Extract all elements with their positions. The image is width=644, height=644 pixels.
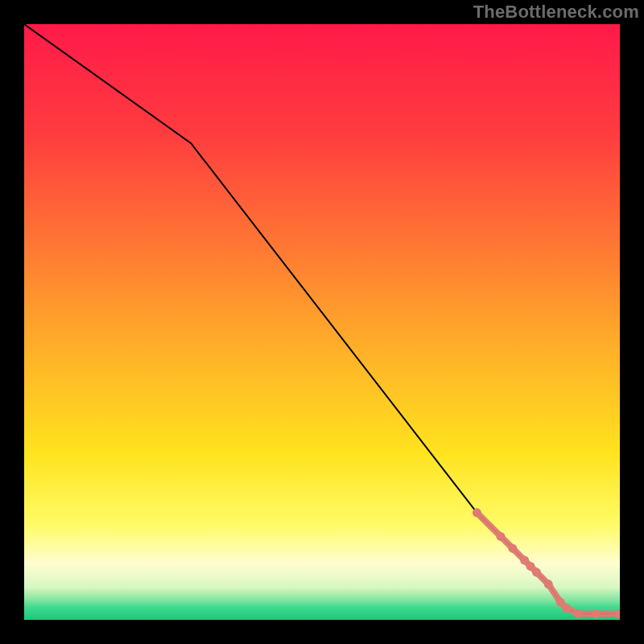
gradient-background: [24, 24, 620, 620]
chart-frame: TheBottleneck.com: [0, 0, 644, 644]
plot-svg: [24, 24, 620, 620]
plot-area: [24, 24, 620, 620]
watermark-text: TheBottleneck.com: [473, 2, 639, 23]
